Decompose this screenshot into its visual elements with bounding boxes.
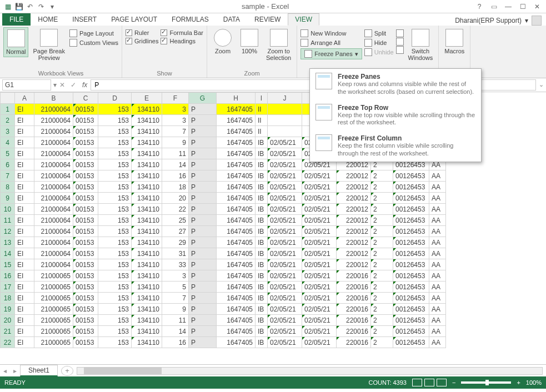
cell[interactable]: 21000064 [34, 215, 73, 226]
cell[interactable]: EI [15, 293, 34, 304]
cell[interactable]: P [189, 126, 217, 137]
cell[interactable]: P [189, 182, 217, 193]
gridlines-checkbox[interactable]: Gridlines [126, 38, 158, 44]
cell[interactable]: 00153 [73, 104, 98, 115]
col-header-J[interactable]: J [268, 93, 302, 104]
select-all-corner[interactable] [1, 93, 15, 104]
cell[interactable]: 02/05/21 [302, 204, 337, 215]
cell[interactable]: 153 [98, 293, 132, 304]
zoom-out-icon[interactable]: − [452, 379, 455, 386]
cell[interactable]: 02/05/21 [302, 270, 337, 282]
cell[interactable]: 1647405 [217, 226, 256, 237]
tab-insert[interactable]: INSERT [65, 13, 104, 26]
row-header[interactable]: 6 [1, 159, 15, 170]
page-break-preview-button[interactable]: Page Break Preview [31, 27, 67, 63]
cell[interactable]: 02/05/21 [302, 237, 337, 248]
cell[interactable]: 220016 [337, 315, 371, 326]
cell[interactable]: 1647405 [217, 126, 256, 137]
cell[interactable]: 1647405 [217, 204, 256, 215]
cell[interactable]: 20 [162, 193, 189, 204]
cell[interactable]: IB [256, 326, 268, 337]
cell[interactable]: 134110 [132, 259, 162, 270]
cell[interactable]: 02/05/21 [268, 293, 302, 304]
cell[interactable]: P [189, 115, 217, 126]
zoom-button[interactable]: Zoom [211, 27, 235, 56]
row-header[interactable]: 5 [1, 148, 15, 159]
cell[interactable]: 02/05/21 [268, 170, 302, 182]
cell[interactable]: 134110 [132, 315, 162, 326]
cell[interactable]: 153 [98, 137, 132, 148]
cell[interactable]: 3 [162, 104, 189, 115]
cell[interactable]: 11 [162, 315, 189, 326]
cell[interactable]: II [256, 104, 268, 115]
cell[interactable]: P [189, 315, 217, 326]
cell[interactable]: 153 [98, 126, 132, 137]
cell[interactable]: 134110 [132, 148, 162, 159]
cell[interactable]: 02/05/21 [268, 237, 302, 248]
cell[interactable]: 2 [371, 315, 393, 326]
cell[interactable]: 00153 [73, 159, 98, 170]
cell[interactable]: 00153 [73, 337, 98, 348]
cell[interactable]: 1647405 [217, 326, 256, 337]
sheet-nav-prev-icon[interactable]: ◂ [0, 367, 10, 375]
cell[interactable]: 134110 [132, 170, 162, 182]
zoom-in-icon[interactable]: + [517, 379, 520, 386]
macros-button[interactable]: Macros [442, 27, 467, 56]
page-layout-button[interactable]: Page Layout [69, 29, 118, 37]
cell[interactable]: 00126453 [393, 226, 429, 237]
cell[interactable]: 153 [98, 315, 132, 326]
cell[interactable]: 00153 [73, 315, 98, 326]
cell[interactable]: 2 [371, 270, 393, 282]
cell[interactable]: 21000065 [34, 304, 73, 315]
cell[interactable]: 21000064 [34, 237, 73, 248]
split-button[interactable]: Split [364, 29, 394, 37]
cell[interactable]: EI [15, 326, 34, 337]
cell[interactable]: P [189, 170, 217, 182]
cell[interactable]: 220012 [337, 259, 371, 270]
cell[interactable]: 2 [371, 215, 393, 226]
cell[interactable]: 220012 [337, 237, 371, 248]
redo-icon[interactable]: ↷ [37, 2, 46, 11]
cell[interactable]: EI [15, 193, 34, 204]
cell[interactable]: EI [15, 104, 34, 115]
cell[interactable]: 14 [162, 326, 189, 337]
cell[interactable]: IB [256, 259, 268, 270]
cell[interactable]: EI [15, 115, 34, 126]
cell[interactable]: 153 [98, 248, 132, 259]
cell[interactable]: 1647405 [217, 293, 256, 304]
cell[interactable]: 2 [371, 304, 393, 315]
row-header[interactable]: 10 [1, 204, 15, 215]
cell[interactable]: EI [15, 204, 34, 215]
cell[interactable]: 21000064 [34, 104, 73, 115]
cell[interactable]: 1647405 [217, 248, 256, 259]
tab-formulas[interactable]: FORMULAS [164, 13, 216, 26]
cell[interactable]: 153 [98, 170, 132, 182]
cell[interactable]: EI [15, 215, 34, 226]
cell[interactable]: 00126453 [393, 326, 429, 337]
cell[interactable]: IB [256, 204, 268, 215]
cell[interactable]: 00153 [73, 126, 98, 137]
cell[interactable]: 02/05/21 [302, 182, 337, 193]
cell[interactable]: 22 [162, 204, 189, 215]
col-header-G[interactable]: G [189, 93, 217, 104]
cell[interactable]: 1647405 [217, 137, 256, 148]
cell[interactable]: EI [15, 137, 34, 148]
col-header-F[interactable]: F [162, 93, 189, 104]
col-header-C[interactable]: C [73, 93, 98, 104]
cell[interactable]: 2 [371, 170, 393, 182]
cell[interactable] [268, 126, 302, 137]
unhide-button[interactable]: Unhide [364, 48, 394, 56]
cell[interactable]: 134110 [132, 237, 162, 248]
cell[interactable]: 1647405 [217, 215, 256, 226]
cell[interactable]: 153 [98, 193, 132, 204]
cell[interactable]: IB [256, 248, 268, 259]
cell[interactable]: EI [15, 270, 34, 282]
row-header[interactable]: 7 [1, 170, 15, 182]
cell[interactable]: 00153 [73, 170, 98, 182]
cell[interactable]: 220016 [337, 337, 371, 348]
cell[interactable]: 00126453 [393, 270, 429, 282]
cell[interactable]: 134110 [132, 304, 162, 315]
ribbon-options-icon[interactable]: ▭ [487, 1, 500, 12]
cell[interactable]: 153 [98, 226, 132, 237]
cell[interactable]: 1647405 [217, 182, 256, 193]
